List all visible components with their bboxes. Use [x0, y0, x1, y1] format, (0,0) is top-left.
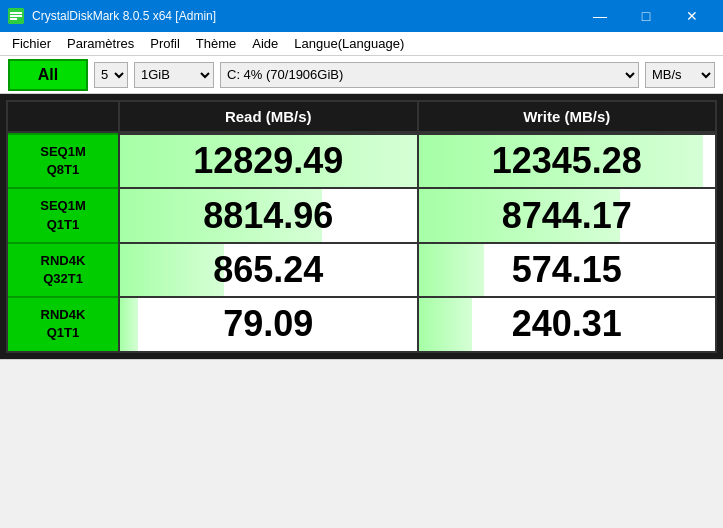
menu-fichier[interactable]: Fichier [4, 32, 59, 55]
menu-bar: Fichier Paramètres Profil Thème Aide Lan… [0, 32, 723, 56]
label-seq1m-q8t1: SEQ1M Q8T1 [8, 133, 118, 187]
toolbar: All 5 1 3 9 1GiB 512MiB 2GiB 4GiB C: 4% … [0, 56, 723, 94]
write-seq1m-q8t1: 12345.28 [417, 133, 716, 187]
menu-profil[interactable]: Profil [142, 32, 188, 55]
svg-rect-2 [10, 15, 22, 17]
label-seq1m-q1t1: SEQ1M Q1T1 [8, 187, 118, 241]
write-header: Write (MB/s) [417, 102, 716, 133]
minimize-button[interactable]: — [577, 0, 623, 32]
write-seq1m-q1t1: 8744.17 [417, 187, 716, 241]
data-grid: Read (MB/s) Write (MB/s) SEQ1M Q8T1 1282… [6, 100, 717, 353]
menu-aide[interactable]: Aide [244, 32, 286, 55]
footer [0, 359, 723, 387]
read-header: Read (MB/s) [118, 102, 417, 133]
label-rnd4k-q32t1: RND4K Q32T1 [8, 242, 118, 296]
write-rnd4k-q1t1: 240.31 [417, 296, 716, 350]
read-rnd4k-q1t1: 79.09 [118, 296, 417, 350]
svg-rect-3 [10, 18, 17, 20]
count-select[interactable]: 5 1 3 9 [94, 62, 128, 88]
close-button[interactable]: ✕ [669, 0, 715, 32]
menu-theme[interactable]: Thème [188, 32, 244, 55]
app-icon [8, 8, 24, 24]
unit-select[interactable]: MB/s GB/s IOPS μs [645, 62, 715, 88]
read-rnd4k-q32t1: 865.24 [118, 242, 417, 296]
maximize-button[interactable]: □ [623, 0, 669, 32]
menu-parametres[interactable]: Paramètres [59, 32, 142, 55]
read-seq1m-q1t1: 8814.96 [118, 187, 417, 241]
window-title: CrystalDiskMark 8.0.5 x64 [Admin] [32, 9, 569, 23]
write-rnd4k-q32t1: 574.15 [417, 242, 716, 296]
drive-select[interactable]: C: 4% (70/1906GiB) [220, 62, 639, 88]
all-button[interactable]: All [8, 59, 88, 91]
main-content: Read (MB/s) Write (MB/s) SEQ1M Q8T1 1282… [0, 94, 723, 359]
menu-langue[interactable]: Langue(Language) [286, 32, 412, 55]
read-seq1m-q8t1: 12829.49 [118, 133, 417, 187]
grid-corner [8, 102, 118, 133]
size-select[interactable]: 1GiB 512MiB 2GiB 4GiB [134, 62, 214, 88]
svg-rect-1 [10, 12, 22, 14]
window-controls: — □ ✕ [577, 0, 715, 32]
label-rnd4k-q1t1: RND4K Q1T1 [8, 296, 118, 350]
title-bar: CrystalDiskMark 8.0.5 x64 [Admin] — □ ✕ [0, 0, 723, 32]
